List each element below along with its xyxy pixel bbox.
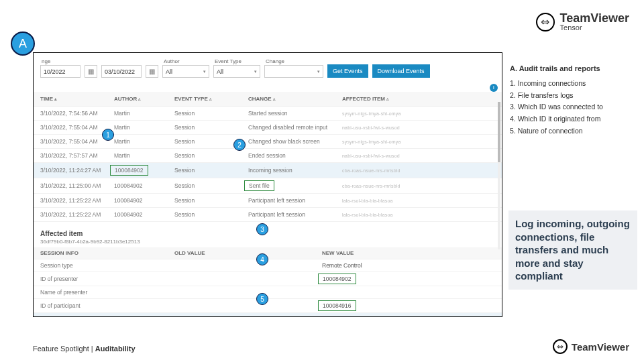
sidebar-item: 2. File transfers logs [510,90,634,102]
table-row[interactable]: 3/10/2022, 11:25:22 AM100084902SessionPa… [34,208,502,222]
eventtype-select[interactable]: All▾ [213,65,260,78]
table-row[interactable]: 3/10/2022, 7:54:56 AMMartinSessionStarte… [34,107,502,121]
lbl-eventtype: Event Type [213,58,260,64]
brand-logo-bottom: ⇔ TeamViewer [553,339,629,354]
teamviewer-icon: ⇔ [536,13,555,32]
detail-row: ID of presenter100084902 [34,272,502,286]
filter-bar: nge10/2022 ▦ 03/10/2022 ▦ AuthorAll▾ Eve… [34,53,502,82]
events-table: TIME ▴ AUTHOR ▵ EVENT TYPE ▵ CHANGE ▵ AF… [34,92,502,222]
affected-panel: Affected item 36df79b0-f8b7-4b2a-9b92-82… [34,222,502,247]
date-from-input[interactable]: 10/2022 [40,65,80,78]
brand-sub: Tensor [560,24,629,32]
col-newvalue: NEW VALUE [315,247,502,259]
lbl-change: Change [264,58,323,64]
sidebar-item: 1. Incoming connections [510,78,634,90]
brand-name: TeamViewer [572,341,629,353]
brand-name: TeamViewer [560,12,629,24]
sidebar-item: 3. Which ID was connected to [510,101,634,113]
promo-text: Log incoming, outgoing connections, file… [508,210,637,290]
col-time[interactable]: TIME ▴ [34,92,107,107]
get-events-button[interactable]: Get Events [327,64,368,78]
sidebar-notes: A. Audit trails and reports 1. Incoming … [510,62,634,137]
calendar-icon[interactable]: ▦ [85,65,97,78]
calendar-icon[interactable]: ▦ [146,65,158,78]
lbl-author: Author [162,58,209,64]
table-row[interactable]: 3/10/2022, 11:25:00 AM100084902SessionSe… [34,178,502,194]
author-select[interactable]: All▾ [162,65,209,78]
overlay-letter-a: A [11,32,35,56]
detail-row: Name of participantMartin [34,313,502,318]
affected-id: 36df79b0-f8b7-4b2a-9b92-8211b3e12513 [40,239,495,245]
col-change[interactable]: CHANGE ▵ [241,92,335,107]
col-affected[interactable]: AFFECTED ITEM ▵ [335,92,502,107]
brand-logo-top: ⇔ TeamViewer Tensor [536,12,629,32]
col-event[interactable]: EVENT TYPE ▵ [168,92,241,107]
info-icon[interactable]: i [490,84,498,92]
lbl-range: nge [40,58,80,64]
badge-3: 3 [256,223,268,235]
sidebar-item: 4. Which ID it originated from [510,113,634,125]
badge-5: 5 [256,293,268,305]
sidebar-header: A. Audit trails and reports [510,62,634,75]
table-row[interactable]: 3/10/2022, 7:57:57 AMMartinSessionEnded … [34,149,502,163]
teamviewer-icon: ⇔ [553,339,568,354]
table-row[interactable]: 3/10/2022, 11:24:27 AM100084902SessionIn… [34,163,502,178]
app-screenshot: nge10/2022 ▦ 03/10/2022 ▦ AuthorAll▾ Eve… [33,52,502,317]
scrollbar[interactable] [498,102,500,249]
badge-1: 1 [102,129,114,141]
badge-4: 4 [256,253,268,265]
footer-text: Feature Spotlight | Auditability [33,345,136,353]
change-select[interactable]: ▾ [264,65,323,78]
section-sessioninfo: SESSION INFO [34,247,168,259]
download-events-button[interactable]: Download Events [372,64,430,78]
col-oldvalue: OLD VALUE [168,247,315,259]
table-row[interactable]: 3/10/2022, 11:25:22 AM100084902SessionPa… [34,194,502,208]
date-to-input[interactable]: 03/10/2022 [101,65,142,78]
col-author[interactable]: AUTHOR ▵ [107,92,168,107]
badge-2: 2 [233,139,246,151]
sidebar-item: 5. Nature of connection [510,125,634,137]
